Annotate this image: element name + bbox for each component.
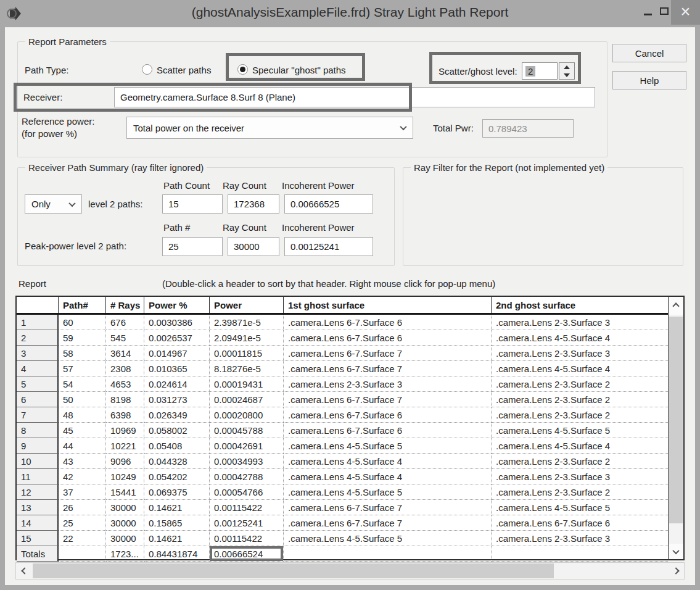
row-number-cell[interactable]: 5 — [17, 376, 59, 392]
row-number-cell[interactable]: 2 — [17, 330, 59, 346]
table-row[interactable]: 2 59 545 0.0026537 2.09491e-5 .camera.Le… — [17, 330, 668, 346]
power-pct-cell[interactable]: 0.14621 — [144, 500, 210, 515]
table-row[interactable]: 1 60 676 0.0030386 2.39871e-5 .camera.Le… — [17, 315, 668, 330]
ghost1-cell[interactable]: .camera.Lens 2-3.Surface 3 — [284, 376, 492, 392]
power-cell[interactable]: 0.00011815 — [210, 346, 284, 361]
col-header-ghost2[interactable]: 2nd ghost surface — [492, 297, 668, 313]
path-number-cell[interactable]: 54 — [59, 376, 106, 392]
row-number-cell[interactable]: 3 — [17, 346, 59, 361]
scroll-down-button[interactable] — [669, 544, 683, 559]
path-number-cell[interactable]: 42 — [59, 469, 106, 484]
ray-count-cell[interactable]: 3614 — [106, 346, 144, 361]
ghost2-cell[interactable]: .camera.Lens 2-3.Surface 2 — [492, 454, 668, 469]
table-row[interactable]: 14 25 30000 0.15865 0.00125241 .camera.L… — [17, 515, 668, 531]
path-number-cell[interactable]: 26 — [59, 500, 106, 515]
only-select[interactable]: Only — [25, 194, 82, 214]
ray-count-cell[interactable]: 8198 — [106, 392, 144, 407]
col-header-blank[interactable] — [17, 297, 59, 313]
path-number-cell[interactable]: 25 — [59, 515, 106, 531]
ghost2-cell[interactable]: .camera.Lens 2-3.Surface 2 — [492, 407, 668, 423]
vertical-scroll-thumb[interactable] — [669, 317, 683, 523]
ghost1-cell[interactable]: .camera.Lens 4-5.Surface 5 — [284, 484, 492, 500]
power-pct-cell[interactable]: 0.0026537 — [144, 330, 210, 346]
ghost1-cell[interactable]: .camera.Lens 4-5.Surface 5 — [284, 438, 492, 454]
ray-count-cell[interactable]: 10969 — [106, 423, 144, 438]
specular-ghost-paths-radio[interactable] — [237, 64, 248, 75]
scatter-paths-radio-label[interactable]: Scatter paths — [157, 65, 211, 75]
ghost1-cell[interactable]: .camera.Lens 4-5.Surface 5 — [284, 531, 492, 546]
row-number-cell[interactable]: 7 — [17, 407, 59, 423]
power-cell[interactable]: 0.00019431 — [210, 376, 284, 392]
row-number-cell[interactable]: 1 — [17, 315, 59, 330]
ray-count-cell[interactable]: 30000 — [106, 500, 144, 515]
power-pct-cell[interactable]: 0.054202 — [144, 469, 210, 484]
reference-power-select[interactable]: Total power on the receiver — [126, 117, 413, 139]
table-row[interactable]: 6 50 8198 0.031273 0.00024687 .camera.Le… — [17, 392, 668, 407]
ghost1-cell[interactable]: .camera.Lens 6-7.Surface 6 — [284, 330, 492, 346]
table-row[interactable]: 11 42 10249 0.054202 0.00042788 .camera.… — [17, 469, 668, 484]
ghost2-cell[interactable]: .camera.Lens 2-3.Surface 2 — [492, 376, 668, 392]
power-cell[interactable]: 0.00115422 — [210, 531, 284, 546]
row-number-cell[interactable]: 10 — [17, 454, 59, 469]
ray-count-cell[interactable]: 15441 — [106, 484, 144, 500]
ghost2-cell[interactable]: .camera.Lens 2-3.Surface 3 — [492, 469, 668, 484]
ghost2-cell[interactable]: .camera.Lens 2-3.Surface 2 — [492, 484, 668, 500]
table-row[interactable]: 8 45 10969 0.058002 0.00045788 .camera.L… — [17, 423, 668, 438]
path-number-cell[interactable]: 50 — [59, 392, 106, 407]
ghost2-cell[interactable]: .camera.Lens 2-3.Surface 2 — [492, 392, 668, 407]
ray-count-cell[interactable]: 4653 — [106, 376, 144, 392]
path-number-cell[interactable]: 58 — [59, 346, 106, 361]
path-number-cell[interactable]: 57 — [59, 361, 106, 376]
ghost1-cell[interactable]: .camera.Lens 6-7.Surface 6 — [284, 423, 492, 438]
ghost2-cell[interactable]: .camera.Lens 4-5.Surface 4 — [492, 438, 668, 454]
ghost2-cell[interactable]: .camera.Lens 6-7.Surface 6 — [492, 515, 668, 531]
power-cell[interactable]: 0.00042691 — [210, 438, 284, 454]
ghost1-cell[interactable]: .camera.Lens 6-7.Surface 7 — [284, 346, 492, 361]
horizontal-scrollbar[interactable] — [15, 562, 685, 580]
ghost1-cell[interactable]: .camera.Lens 6-7.Surface 6 — [284, 407, 492, 423]
scroll-up-button[interactable] — [669, 297, 683, 315]
power-cell[interactable]: 8.18276e-5 — [210, 361, 284, 376]
path-number-cell[interactable]: 45 — [59, 423, 106, 438]
row-number-cell[interactable]: 8 — [17, 423, 59, 438]
table-totals-row[interactable]: Totals 1723... 0.84431874 0.00666524 — [17, 546, 668, 562]
ghost2-cell[interactable]: .camera.Lens 4-5.Surface 4 — [492, 330, 668, 346]
power-pct-cell[interactable]: 0.024614 — [144, 376, 210, 392]
ray-count-cell[interactable]: 9096 — [106, 454, 144, 469]
power-cell[interactable]: 0.00045788 — [210, 423, 284, 438]
ray-count-cell[interactable]: 30000 — [106, 515, 144, 531]
path-number-cell[interactable]: 44 — [59, 438, 106, 454]
table-row[interactable]: 13 26 30000 0.14621 0.00115422 .camera.L… — [17, 500, 668, 515]
scroll-right-button[interactable] — [667, 563, 684, 579]
row-number-cell[interactable]: 4 — [17, 361, 59, 376]
power-cell[interactable]: 0.00115422 — [210, 500, 284, 515]
col-header-rays[interactable]: # Rays — [106, 297, 144, 313]
ghost1-cell[interactable]: .camera.Lens 4-5.Surface 4 — [284, 469, 492, 484]
table-row[interactable]: 3 58 3614 0.014967 0.00011815 .camera.Le… — [17, 346, 668, 361]
ray-count-cell[interactable]: 676 — [106, 315, 144, 330]
scroll-left-button[interactable] — [16, 563, 33, 579]
receiver-field[interactable]: Geometry.camera.Surface 8.Surf 8 (Plane) — [114, 87, 595, 107]
power-cell[interactable]: 2.39871e-5 — [210, 315, 284, 330]
ghost1-cell[interactable]: .camera.Lens 6-7.Surface 7 — [284, 500, 492, 515]
vertical-scroll-track[interactable] — [669, 315, 683, 544]
row-number-cell[interactable]: 13 — [17, 500, 59, 515]
row-number-cell[interactable]: 15 — [17, 531, 59, 546]
power-cell[interactable]: 0.00054766 — [210, 484, 284, 500]
horizontal-scroll-track[interactable] — [33, 563, 667, 579]
ray-count-cell[interactable]: 2308 — [106, 361, 144, 376]
power-cell[interactable]: 0.00024687 — [210, 392, 284, 407]
ghost2-cell[interactable]: .camera.Lens 2-3.Surface 3 — [492, 531, 668, 546]
ray-count-cell[interactable]: 10249 — [106, 469, 144, 484]
table-row[interactable]: 10 43 9096 0.044328 0.00034993 .camera.L… — [17, 454, 668, 469]
ghost2-cell[interactable]: .camera.Lens 2-3.Surface 3 — [492, 315, 668, 330]
ghost2-cell[interactable]: .camera.Lens 4-5.Surface 5 — [492, 500, 668, 515]
power-pct-cell[interactable]: 0.15865 — [144, 515, 210, 531]
row-number-cell[interactable]: 6 — [17, 392, 59, 407]
row-number-cell[interactable]: 11 — [17, 469, 59, 484]
col-header-power[interactable]: Power — [210, 297, 284, 313]
power-pct-cell[interactable]: 0.0030386 — [144, 315, 210, 330]
path-number-cell[interactable]: 43 — [59, 454, 106, 469]
ghost1-cell[interactable]: .camera.Lens 6-7.Surface 7 — [284, 515, 492, 531]
scatter-ghost-level-input[interactable]: 2 — [522, 62, 558, 80]
